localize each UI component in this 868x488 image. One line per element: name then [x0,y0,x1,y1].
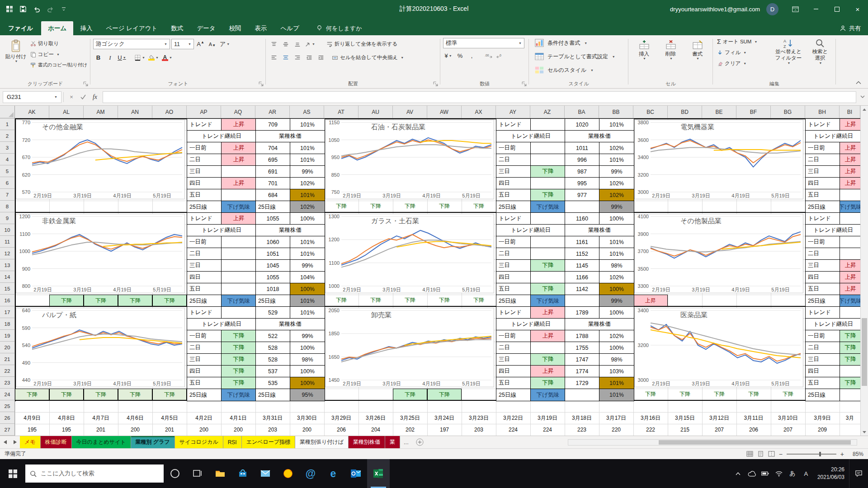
page-break-view-icon[interactable] [768,451,775,457]
trend-value-cell[interactable]: 下げ気味 [531,295,565,307]
row-header-14[interactable]: 14 [0,271,14,283]
vertical-scrollbar[interactable] [860,106,868,436]
row-header-10[interactable]: 10 [0,224,14,236]
trend-cell-label[interactable]: 下降 [84,389,118,400]
price-value-cell[interactable]: 1055 [256,213,290,224]
trend-table[interactable]: トレンドトレンド継続日一日前下降二日下降三日下降四日五日下降25日線 [805,306,860,401]
price-percent-cell[interactable]: 99% [290,330,325,342]
date-cell[interactable]: 3月29日 [324,412,359,424]
trend-value-cell[interactable]: 下げ気味 [840,201,860,213]
column-header-BH[interactable]: BH [805,106,840,118]
chart-その他金融業[interactable]: 7707206706205702月19日3月19日4月19日5月19日その他金融… [16,120,185,199]
zoom-slider-thumb[interactable] [819,452,821,456]
column-header-AS[interactable]: AS [290,106,324,118]
date-cell[interactable]: 4月6日 [118,412,152,424]
price-value-cell[interactable]: 1142 [565,283,599,295]
chart-石油・石炭製品業[interactable]: 115010509508507502月19日3月19日4月19日5月19日石油・… [325,120,494,199]
trend-value-cell[interactable]: 下げ気味 [531,201,565,213]
sheet-tab-業種別 グラフ[interactable]: 業種別 グラフ [131,436,175,448]
price-table[interactable]: 709101%業種株価704101%695101%69199%701102%68… [255,118,325,213]
date-cell[interactable]: 4月2日 [187,412,221,424]
fill-button[interactable]: フィル▼ [716,47,771,58]
trend-value-cell[interactable]: 上昇 [840,178,860,189]
price-value-cell[interactable]: 709 [256,119,290,130]
battery-icon[interactable] [759,459,772,488]
price-value-cell[interactable]: 977 [565,189,599,201]
trend-value-cell[interactable]: 上昇 [222,213,256,224]
row-header-19[interactable]: 19 [0,330,14,342]
format-painter-button[interactable]: 書式のコピー/貼り付け [29,60,89,70]
column-header-AY[interactable]: AY [496,106,530,118]
trend-value-cell[interactable] [222,272,256,283]
date-cell[interactable]: 3月17日 [599,412,633,424]
column-header-AK[interactable]: AK [15,106,49,118]
sheet-nav-right-icon[interactable] [10,436,20,448]
trend-value-cell[interactable]: 下げ気味 [222,201,256,213]
number-cell[interactable]: 223 [565,424,599,436]
merge-center-button[interactable]: セルを結合して中央揃え▼ [330,52,405,63]
app-window-icon[interactable] [3,0,16,18]
undo-icon[interactable] [30,0,43,18]
price-percent-cell[interactable]: 103% [599,366,634,377]
sheet-tab-メモ[interactable]: メモ [20,436,41,448]
date-cell[interactable]: 4月8日 [49,412,84,424]
trend-cell-label[interactable]: 下降 [324,295,359,306]
column-header-BG[interactable]: BG [771,106,805,118]
price-percent-cell[interactable]: 100% [290,366,325,377]
price-percent-cell[interactable]: 99% [290,166,325,177]
price-value-cell[interactable]: 1789 [565,307,599,318]
price-percent-cell[interactable]: 98% [290,354,325,365]
trend-cell-label[interactable]: 下降 [427,295,462,306]
clipboard-dialog-launcher-icon[interactable] [83,81,89,87]
enter-icon[interactable] [77,91,89,103]
column-header-AZ[interactable]: AZ [530,106,565,118]
trend-value-cell[interactable]: 上昇 [531,307,565,318]
trend-table[interactable]: トレンドトレンド継続日一日前二日三日下降四日五日下降25日線下げ気味 [496,118,566,213]
decrease-decimal-icon[interactable]: .0 [495,51,505,61]
decrease-indent-icon[interactable] [304,52,314,63]
trend-value-cell[interactable]: 上昇 [531,330,565,342]
trend-cell-label[interactable]: 下降 [118,389,152,400]
price-value-cell[interactable]: 995 [565,178,599,189]
price-value-cell[interactable] [565,201,599,213]
price-percent-cell[interactable]: 100% [599,213,634,224]
trend-cell-label[interactable]: 下降 [152,295,187,306]
row-header-20[interactable]: 20 [0,342,14,353]
number-cell[interactable]: 204 [359,424,393,436]
price-percent-cell[interactable]: 100% [599,283,634,295]
increase-indent-icon[interactable] [316,52,326,63]
chart-その他製品業[interactable]: 410039003700350033002月19日3月19日4月19日5月19日… [634,214,803,293]
number-cell[interactable]: 224 [530,424,565,436]
tab-file[interactable]: ファイル [0,21,41,35]
date-cell[interactable]: 3月11日 [736,412,771,424]
trend-cell-label[interactable]: 下降 [393,295,427,306]
price-percent-cell[interactable]: 101% [290,248,325,259]
tab-数式[interactable]: 数式 [164,21,190,35]
sheet-tab-業種別張り付けば[interactable]: 業種別張り付けば [295,436,349,448]
chart-パルプ・紙[interactable]: 6405905404904402月19日3月19日4月19日5月19日パルプ・紙 [16,308,185,387]
number-cell[interactable]: 206 [736,424,771,436]
chart-卸売業[interactable]: 20501850165014502月19日3月19日4月19日5月19日卸売業 [325,308,494,387]
price-percent-cell[interactable]: 101% [290,295,325,307]
tab-校閲[interactable]: 校閲 [222,21,248,35]
price-value-cell[interactable]: 701 [256,178,290,189]
trend-value-cell[interactable]: 上昇 [222,154,256,165]
number-cell[interactable]: 224 [496,424,530,436]
column-header-BI[interactable]: BI [840,106,860,118]
trend-value-cell[interactable]: 下げ気味 [222,295,256,307]
trend-value-cell[interactable] [531,342,565,353]
price-percent-cell[interactable]: 102% [599,272,634,283]
trend-table[interactable]: トレンドトレンド継続日一日前下降二日下降三日下降四日下降五日下降25日線下げ気味 [187,306,256,401]
price-value-cell[interactable]: 1018 [256,283,290,295]
price-percent-cell[interactable]: 101% [599,389,634,401]
row-header-22[interactable]: 22 [0,365,14,377]
percent-format-button[interactable]: % [455,51,465,61]
start-button[interactable] [0,459,25,488]
row-header-8[interactable]: 8 [0,201,14,212]
trend-value-cell[interactable] [222,189,256,201]
trend-value-cell[interactable]: 上昇 [840,119,860,130]
trend-cell-label[interactable]: 下降 [668,389,702,400]
align-top-icon[interactable] [269,39,279,49]
underline-button[interactable]: U▼ [117,52,127,63]
row-header-4[interactable]: 4 [0,154,14,165]
